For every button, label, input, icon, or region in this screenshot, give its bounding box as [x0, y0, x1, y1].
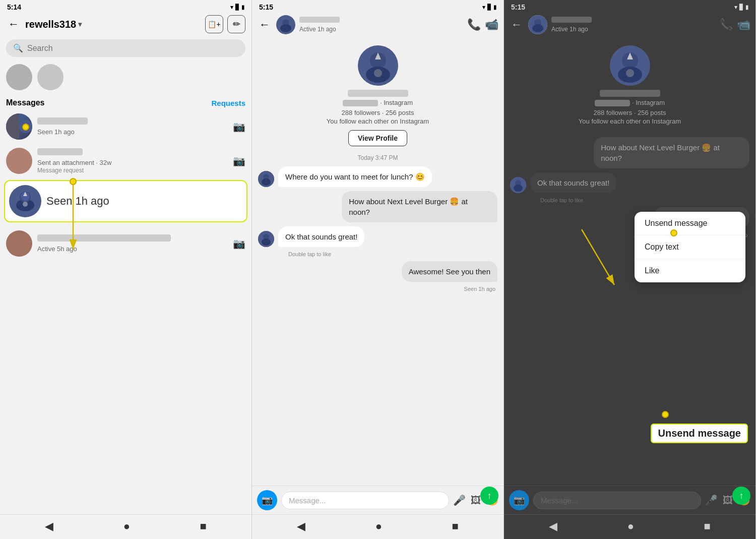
bottom-nav-p3: ◀ ● ■ [504, 514, 755, 539]
microphone-icon[interactable]: 🎤 [453, 494, 466, 506]
dark-double-tap: Double tap to like [510, 197, 749, 203]
chat-bubble-3: Ok that sounds great! [278, 226, 364, 247]
back-nav-p3[interactable]: ◀ [549, 520, 557, 533]
small-avatar-svg-1 [258, 171, 274, 187]
profile-follow-status-p3: You follow each other on Instagram [579, 117, 681, 125]
chat-header-avatar-p3[interactable] [528, 15, 547, 34]
messages-label: Messages [6, 98, 45, 107]
gallery-icon[interactable]: 🖼 [471, 495, 481, 506]
msg-preview-4: Active 5h ago [37, 245, 77, 253]
yellow-dot-1 [22, 124, 29, 131]
requests-button[interactable]: Requests [211, 99, 245, 107]
battery-icon-p3: ▮ [745, 4, 748, 11]
gallery-icon-p3[interactable]: 🖼 [723, 495, 733, 506]
chat-header-info-p3: Active 1h ago [551, 17, 715, 33]
small-avatar-dark-2 [510, 177, 526, 193]
status-icons-p1: ▾ ▊ ▮ [230, 4, 244, 11]
msg-preview-2: Sent an attachment · 32w [37, 159, 111, 166]
camera-icon-1[interactable]: 📷 [233, 121, 245, 133]
back-button-p3[interactable]: ← [509, 16, 524, 33]
msg-row-4: Awesome! See you then [258, 261, 497, 282]
home-nav-p2[interactable]: ● [375, 520, 382, 533]
msg-preview-1: Seen 1h ago [37, 128, 75, 136]
msg-name-1 [37, 117, 88, 125]
camera-icon-4[interactable]: 📷 [233, 237, 245, 250]
messages-section-header: Messages Requests [0, 94, 251, 109]
svg-point-16 [280, 24, 291, 32]
story-avatar-1[interactable] [6, 64, 32, 90]
context-unsend[interactable]: Unsend message [635, 212, 745, 235]
back-button-p1[interactable]: ← [6, 16, 21, 33]
page-title-p1: rewells318 ▾ [25, 19, 201, 30]
search-input[interactable] [27, 44, 238, 53]
status-icons-p3: ▾ ▊ ▮ [734, 4, 748, 11]
call-icon[interactable]: 📞 [467, 18, 481, 31]
recents-nav-p3[interactable]: ■ [704, 520, 710, 533]
wifi-icon: ▾ [230, 4, 233, 11]
nav-bar-p1: ← rewells318 ▾ 📋+ ✏ [0, 12, 251, 36]
profile-avatar-p3[interactable] [610, 45, 650, 86]
bottom-nav-p1: ◀ ● ■ [0, 514, 251, 539]
fab-button-p2[interactable]: ↑ [480, 487, 498, 505]
dark-chat-bubble-2: Ok that sounds great! [530, 172, 616, 193]
message-input-field[interactable]: Message... [281, 492, 449, 509]
msg-row-2: How about Next Level Burger 🍔 at noon? [258, 191, 497, 222]
username-title: rewells318 [25, 19, 76, 30]
recents-nav-p2[interactable]: ■ [452, 520, 458, 533]
back-nav-p2[interactable]: ◀ [297, 520, 305, 533]
profile-card-p2: · Instagram 288 followers · 256 posts Yo… [252, 37, 503, 151]
message-item-highlighted[interactable]: Seen 1h ago [4, 180, 247, 222]
bottom-nav-p2: ◀ ● ■ [252, 514, 503, 539]
small-avatar-3 [258, 231, 274, 247]
camera-icon-2[interactable]: 📷 [233, 155, 245, 167]
video-icon-p3[interactable]: 📹 [737, 18, 750, 31]
call-icon-p3[interactable]: 📞 [719, 18, 733, 31]
story-avatar-2[interactable] [37, 64, 64, 90]
signal-icon: ▊ [235, 4, 239, 11]
message-item-2[interactable]: Sent an attachment · 32w Message request… [0, 144, 251, 178]
avatar-4 [6, 230, 32, 257]
context-copy[interactable]: Copy text [635, 235, 745, 259]
status-bar-p2: 5:15 ▾ ▊ ▮ [252, 0, 503, 12]
camera-capture-button-p3[interactable]: 📷 [509, 490, 529, 510]
dark-chat-bubble-1: How about Next Level Burger 🍔 at noon? [594, 137, 749, 168]
chat-messages-p2: Where do you want to meet for lunch? 😊 H… [252, 164, 503, 486]
profile-stats-p3: 288 followers · 256 posts [594, 109, 666, 116]
back-nav-p1[interactable]: ◀ [45, 520, 53, 533]
header-avatar-svg [276, 15, 295, 34]
home-nav-p1[interactable]: ● [123, 520, 130, 533]
fab-button-p3[interactable]: ↑ [732, 487, 750, 505]
profile-avatar-p2[interactable] [358, 45, 398, 86]
profile-stats: 288 followers · 256 posts [342, 109, 414, 116]
small-avatar-svg-dark-2 [510, 177, 526, 193]
message-item-1[interactable]: Seen 1h ago 📷 [0, 109, 251, 144]
message-item-4[interactable]: Active 5h ago 📷 [0, 226, 251, 261]
svg-point-30 [532, 24, 543, 32]
profile-insta-name [343, 100, 378, 106]
home-nav-p3[interactable]: ● [627, 520, 634, 533]
recents-nav-p1[interactable]: ■ [200, 520, 206, 533]
wifi-icon-p2: ▾ [482, 4, 485, 11]
back-button-p2[interactable]: ← [257, 16, 272, 33]
avatar-highlighted [9, 185, 41, 217]
profile-avatar-svg [358, 45, 398, 86]
new-chat-button[interactable]: 📋+ [205, 15, 223, 33]
compose-button[interactable]: ✏ [227, 15, 245, 33]
message-input-field-p3[interactable]: Message... [533, 492, 701, 509]
search-bar[interactable]: 🔍 [6, 39, 245, 57]
yellow-dot-context [670, 229, 677, 236]
microphone-icon-p3[interactable]: 🎤 [705, 494, 718, 506]
camera-capture-button[interactable]: 📷 [257, 490, 277, 510]
view-profile-button[interactable]: View Profile [348, 130, 407, 146]
chat-header-avatar[interactable] [276, 15, 295, 34]
profile-platform: · Instagram [380, 99, 413, 106]
video-icon[interactable]: 📹 [485, 18, 498, 31]
chat-header-status: Active 1h ago [299, 26, 336, 33]
profile-card-p3: · Instagram 288 followers · 256 posts Yo… [504, 37, 755, 135]
chat-header-status-p3: Active 1h ago [551, 26, 588, 33]
profile-name-p3 [600, 90, 660, 97]
chat-header-p2: ← Active 1h ago 📞 📹 [252, 12, 503, 37]
context-like[interactable]: Like [635, 259, 745, 282]
avatar-2 [6, 148, 32, 174]
panel-chat: 5:15 ▾ ▊ ▮ ← Active 1h ago 📞 📹 [252, 0, 504, 539]
